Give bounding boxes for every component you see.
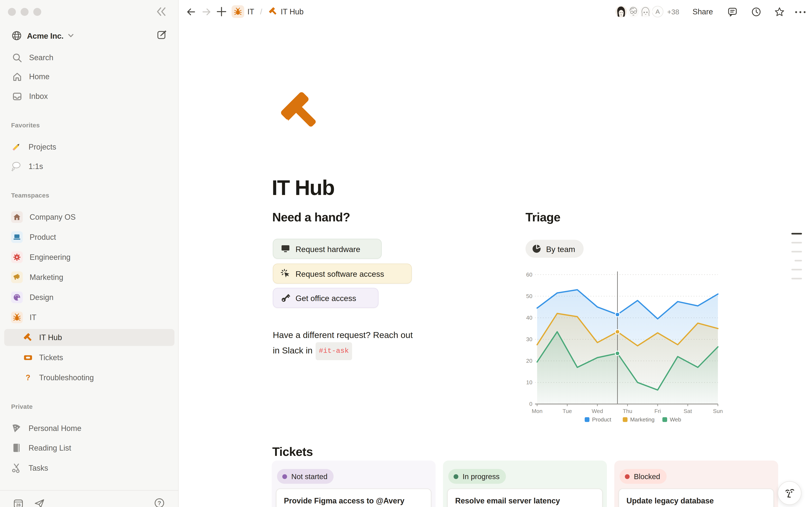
sidebar-item-tickets[interactable]: Tickets (4, 350, 174, 365)
sidebar-item-tasks[interactable]: Tasks (4, 460, 174, 476)
ticket-card[interactable]: Resolve email server latency (447, 489, 603, 507)
scissors-icon (11, 463, 22, 473)
section-heading-tickets[interactable]: Tickets (272, 445, 313, 459)
outline-mark[interactable] (792, 278, 802, 279)
sidebar-footer-divider (0, 490, 179, 491)
window-close-button[interactable] (8, 8, 16, 16)
members-overflow-count[interactable]: +38 (667, 8, 679, 16)
slack-note: Have a different request? Reach out in S… (273, 327, 484, 360)
svg-text:Sun: Sun (713, 408, 723, 414)
sidebar-item-label: Reading List (29, 444, 71, 452)
sidebar-item-design[interactable]: Design (4, 289, 174, 305)
share-button[interactable]: Share (693, 7, 713, 16)
sidebar: Acme Inc. Search Home Inbox Favorites Pr… (0, 0, 179, 507)
sidebar-item-marketing[interactable]: Marketing (4, 269, 174, 285)
outline-mark-active[interactable] (792, 233, 802, 235)
invite-members-icon[interactable] (34, 498, 45, 507)
comments-icon[interactable] (727, 7, 738, 17)
sidebar-item-label: Search (29, 53, 53, 62)
get-office-access-button[interactable]: Get office access (273, 288, 378, 308)
sidebar-item-projects[interactable]: Projects (4, 139, 174, 155)
bug-icon (234, 7, 242, 16)
sidebar-item-it[interactable]: IT (4, 309, 174, 325)
svg-text:50: 50 (526, 293, 532, 299)
breadcrumb-teamspace-icon[interactable] (232, 5, 244, 18)
sidebar-item-company-os[interactable]: Company OS (4, 209, 174, 225)
new-page-icon[interactable] (156, 30, 167, 40)
sidebar-section-teamspaces: Teamspaces (11, 192, 49, 199)
svg-text:10: 10 (526, 379, 532, 386)
status-label: Not started (291, 472, 327, 481)
avatar[interactable] (639, 5, 652, 18)
window-minimize-button[interactable] (20, 8, 28, 16)
outline-mark[interactable] (792, 251, 802, 252)
window-zoom-button[interactable] (33, 8, 41, 16)
section-heading-need-a-hand[interactable]: Need a hand? (272, 210, 350, 225)
svg-text:Sat: Sat (683, 408, 692, 414)
outline-mark[interactable] (792, 269, 802, 271)
forward-icon[interactable] (202, 7, 212, 17)
ai-face-icon (782, 486, 796, 500)
sidebar-section-private: Private (11, 403, 33, 410)
page-title[interactable]: IT Hub (272, 176, 334, 200)
sidebar-item-1-1s[interactable]: 1:1s (4, 158, 174, 174)
workspace-name: Acme Inc. (27, 31, 64, 40)
sidebar-item-troubleshooting[interactable]: ? Troubleshooting (4, 370, 174, 386)
avatar-overflow-letter[interactable]: A (651, 5, 665, 18)
by-team-view-chip[interactable]: By team (525, 240, 583, 258)
avatar[interactable] (626, 5, 640, 18)
chevron-down-icon (68, 34, 73, 38)
sidebar-item-label: Design (30, 293, 53, 302)
breadcrumb-page[interactable]: IT Hub (281, 7, 304, 16)
triage-line-chart[interactable]: 0102030405060MonTueWedThuFriSatSunProduc… (519, 265, 725, 429)
svg-text:Tue: Tue (562, 408, 572, 414)
breadcrumb-teamspace[interactable]: IT (247, 7, 254, 16)
outline-mark[interactable] (795, 260, 802, 262)
megaphone-icon (13, 273, 21, 282)
pie-chart-icon (532, 244, 541, 253)
page-hammer-icon[interactable] (279, 90, 322, 133)
request-hardware-button[interactable]: Request hardware (273, 239, 382, 259)
favorite-star-icon[interactable] (774, 7, 785, 17)
status-pill[interactable]: Blocked (620, 469, 666, 484)
avatar[interactable] (614, 5, 628, 18)
sidebar-item-search[interactable]: Search (4, 50, 174, 65)
back-icon[interactable] (186, 7, 196, 17)
notion-ai-button[interactable] (778, 481, 802, 505)
svg-text:28: 28 (16, 503, 21, 507)
status-pill[interactable]: Not started (277, 469, 334, 484)
help-icon[interactable]: ? (154, 498, 165, 507)
section-heading-triage[interactable]: Triage (525, 210, 560, 225)
status-pill[interactable]: In progress (448, 469, 506, 484)
search-icon (12, 53, 22, 63)
svg-text:60: 60 (526, 272, 532, 278)
sidebar-section-favorites: Favorites (11, 121, 40, 129)
pizza-icon (11, 423, 22, 434)
svg-text:Marketing: Marketing (630, 416, 654, 423)
sidebar-collapse-icon[interactable] (155, 6, 167, 17)
calendar-icon[interactable]: 28 (13, 498, 24, 507)
hammer-icon (23, 333, 33, 342)
sidebar-item-personal-home[interactable]: Personal Home (4, 420, 174, 436)
sidebar-item-reading-list[interactable]: Reading List (4, 440, 174, 456)
more-options-icon[interactable] (794, 8, 808, 18)
sidebar-item-inbox[interactable]: Inbox (4, 88, 174, 104)
sidebar-item-home[interactable]: Home (4, 69, 174, 84)
sidebar-item-it-hub[interactable]: IT Hub (4, 329, 174, 346)
request-software-access-button[interactable]: Request software access (273, 264, 412, 284)
updates-clock-icon[interactable] (751, 7, 761, 17)
home-icon (12, 72, 22, 82)
ticket-card[interactable]: Update legacy database (618, 489, 774, 507)
slack-channel-code[interactable]: #it-ask (316, 342, 352, 360)
sidebar-item-engineering[interactable]: Engineering (4, 249, 174, 265)
kanban-column-not-started: Not started Provide Figma access to @Ave… (272, 460, 436, 507)
sidebar-item-product[interactable]: Product (4, 229, 174, 245)
workspace-switcher[interactable]: Acme Inc. (11, 29, 73, 42)
note-line-1: Have a different request? Reach out (273, 330, 413, 339)
outline-mark[interactable] (792, 242, 802, 243)
add-page-icon[interactable] (216, 6, 227, 17)
svg-text:Wed: Wed (592, 408, 603, 414)
sidebar-item-label: Engineering (30, 253, 70, 262)
cursor-click-icon (281, 269, 290, 278)
ticket-card[interactable]: Provide Figma access to @Avery (276, 489, 432, 507)
